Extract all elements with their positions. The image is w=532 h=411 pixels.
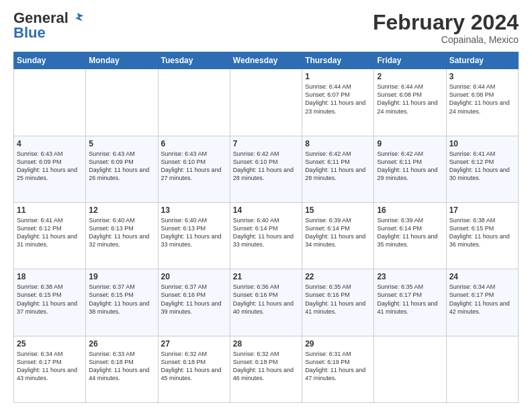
calendar-cell: 7Sunrise: 6:42 AM Sunset: 6:10 PM Daylig… <box>230 136 302 202</box>
calendar-cell: 27Sunrise: 6:32 AM Sunset: 6:18 PM Dayli… <box>158 336 230 402</box>
day-info: Sunrise: 6:34 AM Sunset: 6:17 PM Dayligh… <box>449 283 515 316</box>
day-info: Sunrise: 6:44 AM Sunset: 6:08 PM Dayligh… <box>377 83 443 116</box>
calendar-day-header: Wednesday <box>230 52 302 69</box>
day-number: 27 <box>161 339 227 349</box>
day-number: 14 <box>233 205 299 215</box>
calendar-cell: 3Sunrise: 6:44 AM Sunset: 6:08 PM Daylig… <box>446 69 518 136</box>
subtitle: Copainala, Mexico <box>373 34 519 45</box>
day-info: Sunrise: 6:32 AM Sunset: 6:18 PM Dayligh… <box>233 350 299 383</box>
calendar-cell: 5Sunrise: 6:43 AM Sunset: 6:09 PM Daylig… <box>86 136 158 202</box>
calendar-cell: 10Sunrise: 6:41 AM Sunset: 6:12 PM Dayli… <box>446 136 518 202</box>
day-number: 9 <box>377 139 443 148</box>
calendar-cell: 4Sunrise: 6:43 AM Sunset: 6:09 PM Daylig… <box>14 136 86 202</box>
day-info: Sunrise: 6:39 AM Sunset: 6:14 PM Dayligh… <box>377 216 443 249</box>
calendar-cell: 6Sunrise: 6:43 AM Sunset: 6:10 PM Daylig… <box>158 136 230 202</box>
calendar-week-row: 11Sunrise: 6:41 AM Sunset: 6:12 PM Dayli… <box>14 202 519 269</box>
page: General Blue February 2024 Copainala, Me… <box>0 0 532 411</box>
logo-bird-icon <box>70 11 85 26</box>
day-number: 24 <box>449 272 515 281</box>
day-info: Sunrise: 6:43 AM Sunset: 6:09 PM Dayligh… <box>89 150 154 183</box>
calendar-cell: 21Sunrise: 6:36 AM Sunset: 6:16 PM Dayli… <box>230 269 302 336</box>
logo-blue-text: Blue <box>13 24 46 41</box>
day-number: 23 <box>377 272 443 281</box>
calendar-cell: 1Sunrise: 6:44 AM Sunset: 6:07 PM Daylig… <box>302 69 374 136</box>
day-info: Sunrise: 6:31 AM Sunset: 6:19 PM Dayligh… <box>305 350 371 383</box>
calendar-day-header: Friday <box>374 52 446 69</box>
day-info: Sunrise: 6:33 AM Sunset: 6:18 PM Dayligh… <box>89 350 154 383</box>
calendar-day-header: Saturday <box>446 52 518 69</box>
day-number: 5 <box>89 139 154 148</box>
day-number: 7 <box>233 139 299 148</box>
day-number: 17 <box>449 205 515 215</box>
day-number: 21 <box>233 272 299 281</box>
day-number: 20 <box>161 272 227 281</box>
calendar-cell: 12Sunrise: 6:40 AM Sunset: 6:13 PM Dayli… <box>86 202 158 269</box>
main-title: February 2024 <box>373 11 519 34</box>
calendar-cell: 24Sunrise: 6:34 AM Sunset: 6:17 PM Dayli… <box>446 269 518 336</box>
day-info: Sunrise: 6:36 AM Sunset: 6:16 PM Dayligh… <box>233 283 299 316</box>
svg-marker-0 <box>75 13 84 21</box>
day-number: 10 <box>449 139 515 148</box>
calendar-cell: 28Sunrise: 6:32 AM Sunset: 6:18 PM Dayli… <box>230 336 302 402</box>
day-number: 8 <box>305 139 371 148</box>
day-number: 22 <box>305 272 371 281</box>
calendar-cell: 16Sunrise: 6:39 AM Sunset: 6:14 PM Dayli… <box>374 202 446 269</box>
calendar-cell: 20Sunrise: 6:37 AM Sunset: 6:16 PM Dayli… <box>158 269 230 336</box>
day-info: Sunrise: 6:32 AM Sunset: 6:18 PM Dayligh… <box>161 350 227 383</box>
day-number: 16 <box>377 205 443 215</box>
day-info: Sunrise: 6:42 AM Sunset: 6:11 PM Dayligh… <box>305 150 371 183</box>
calendar-cell <box>86 69 158 136</box>
calendar-cell: 8Sunrise: 6:42 AM Sunset: 6:11 PM Daylig… <box>302 136 374 202</box>
calendar-cell: 9Sunrise: 6:42 AM Sunset: 6:11 PM Daylig… <box>374 136 446 202</box>
day-number: 2 <box>377 72 443 81</box>
day-info: Sunrise: 6:37 AM Sunset: 6:16 PM Dayligh… <box>161 283 227 316</box>
calendar-cell: 14Sunrise: 6:40 AM Sunset: 6:14 PM Dayli… <box>230 202 302 269</box>
day-info: Sunrise: 6:43 AM Sunset: 6:10 PM Dayligh… <box>161 150 227 183</box>
calendar-cell: 23Sunrise: 6:35 AM Sunset: 6:17 PM Dayli… <box>374 269 446 336</box>
day-info: Sunrise: 6:41 AM Sunset: 6:12 PM Dayligh… <box>449 150 515 183</box>
day-info: Sunrise: 6:39 AM Sunset: 6:14 PM Dayligh… <box>305 216 371 249</box>
calendar-day-header: Monday <box>86 52 158 69</box>
calendar-cell <box>14 69 86 136</box>
calendar-cell: 2Sunrise: 6:44 AM Sunset: 6:08 PM Daylig… <box>374 69 446 136</box>
calendar-table: SundayMondayTuesdayWednesdayThursdayFrid… <box>13 52 519 403</box>
calendar-cell: 18Sunrise: 6:38 AM Sunset: 6:15 PM Dayli… <box>14 269 86 336</box>
day-info: Sunrise: 6:40 AM Sunset: 6:13 PM Dayligh… <box>89 216 154 249</box>
calendar-week-row: 25Sunrise: 6:34 AM Sunset: 6:17 PM Dayli… <box>14 336 519 402</box>
calendar-cell <box>230 69 302 136</box>
day-number: 13 <box>161 205 227 215</box>
logo-general-text: General <box>13 11 69 26</box>
day-number: 18 <box>17 272 83 281</box>
day-info: Sunrise: 6:41 AM Sunset: 6:12 PM Dayligh… <box>17 216 83 249</box>
title-block: February 2024 Copainala, Mexico <box>373 11 519 45</box>
calendar-day-header: Thursday <box>302 52 374 69</box>
day-info: Sunrise: 6:42 AM Sunset: 6:11 PM Dayligh… <box>377 150 443 183</box>
header: General Blue February 2024 Copainala, Me… <box>13 11 519 45</box>
day-number: 29 <box>305 339 371 349</box>
day-number: 12 <box>89 205 154 215</box>
logo: General Blue <box>13 11 85 42</box>
day-info: Sunrise: 6:43 AM Sunset: 6:09 PM Dayligh… <box>17 150 83 183</box>
day-info: Sunrise: 6:44 AM Sunset: 6:08 PM Dayligh… <box>449 83 515 116</box>
day-info: Sunrise: 6:42 AM Sunset: 6:10 PM Dayligh… <box>233 150 299 183</box>
day-number: 25 <box>17 339 83 349</box>
calendar-body: 1Sunrise: 6:44 AM Sunset: 6:07 PM Daylig… <box>14 69 519 403</box>
day-info: Sunrise: 6:37 AM Sunset: 6:15 PM Dayligh… <box>89 283 154 316</box>
calendar-cell: 19Sunrise: 6:37 AM Sunset: 6:15 PM Dayli… <box>86 269 158 336</box>
calendar-header-row: SundayMondayTuesdayWednesdayThursdayFrid… <box>14 52 519 69</box>
calendar-day-header: Tuesday <box>158 52 230 69</box>
day-info: Sunrise: 6:38 AM Sunset: 6:15 PM Dayligh… <box>17 283 83 316</box>
day-info: Sunrise: 6:38 AM Sunset: 6:15 PM Dayligh… <box>449 216 515 249</box>
calendar-week-row: 4Sunrise: 6:43 AM Sunset: 6:09 PM Daylig… <box>14 136 519 202</box>
day-number: 28 <box>233 339 299 349</box>
day-number: 6 <box>161 139 227 148</box>
day-info: Sunrise: 6:34 AM Sunset: 6:17 PM Dayligh… <box>17 350 83 383</box>
calendar-cell: 25Sunrise: 6:34 AM Sunset: 6:17 PM Dayli… <box>14 336 86 402</box>
day-info: Sunrise: 6:35 AM Sunset: 6:17 PM Dayligh… <box>377 283 443 316</box>
calendar-day-header: Sunday <box>14 52 86 69</box>
day-number: 15 <box>305 205 371 215</box>
calendar-week-row: 18Sunrise: 6:38 AM Sunset: 6:15 PM Dayli… <box>14 269 519 336</box>
day-info: Sunrise: 6:44 AM Sunset: 6:07 PM Dayligh… <box>305 83 371 116</box>
day-number: 19 <box>89 272 154 281</box>
calendar-cell: 15Sunrise: 6:39 AM Sunset: 6:14 PM Dayli… <box>302 202 374 269</box>
